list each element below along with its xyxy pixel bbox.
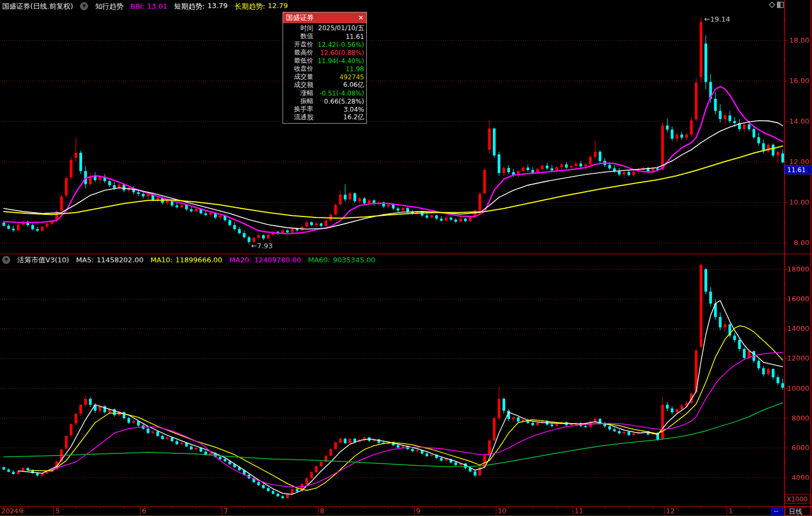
- y-axis-tick-label: 8.00: [794, 239, 809, 247]
- popup-row-value: 12.42(-0.56%): [313, 41, 364, 49]
- y-axis-tick-label: 6000: [791, 444, 809, 452]
- popup-row: 成交额6.06亿: [283, 81, 366, 89]
- ma60-value: MA60:9035345.00: [308, 256, 375, 264]
- popup-title: 国盛证券: [286, 13, 314, 23]
- y-axis-tick-label: 8000: [791, 414, 809, 422]
- popup-row: 开盘价12.42(-0.56%): [283, 40, 366, 49]
- top-chart-candles[interactable]: [3, 17, 784, 244]
- popup-row-value: 2025/01/10/五: [313, 24, 364, 33]
- popup-row: 最高价12.60(0.88%): [283, 49, 366, 57]
- price-annotation: ←19.14: [704, 15, 730, 23]
- popup-row-value: 0.66(5.28%): [313, 98, 364, 105]
- x-axis-month-label: 7: [224, 507, 228, 515]
- popup-row-value: 12.60(0.88%): [313, 49, 364, 57]
- popup-row: 最低价11.94(-4.40%): [283, 57, 366, 65]
- bottom-chart-line-MA5: [18, 301, 783, 494]
- y-axis-tick-label: 14000: [787, 324, 809, 332]
- popup-row: 涨幅-0.51(-4.08%): [283, 89, 366, 97]
- popup-row: 数值11.61: [283, 32, 366, 40]
- popup-row: 换手率3.04%: [283, 105, 366, 113]
- x-axis-month-label: 8: [320, 507, 324, 515]
- y-axis-tick-label: 16.00: [789, 77, 809, 85]
- bottom-header: ▼ 活筹市值V3(10) MA5:11458202.00 MA10:118996…: [0, 255, 812, 265]
- indicator-name-bottom[interactable]: 活筹市值V3(10): [17, 255, 69, 265]
- trading-app-window: 18.0016.0014.0012.0010.008.00←19.14←7.93…: [0, 0, 812, 516]
- ma5-value: MA5:11458202.00: [76, 256, 144, 264]
- close-icon[interactable]: ✕: [358, 14, 364, 22]
- unit-label-text: X1000: [787, 495, 808, 503]
- bottom-chart-candles[interactable]: [3, 263, 784, 499]
- popup-row: 流通股16.2亿: [283, 113, 366, 121]
- popup-row-value: 11.94(-4.40%): [313, 57, 364, 65]
- ma20-value: MA20:12409780.00: [229, 256, 301, 264]
- short-trend-value: 短期趋势:13.79: [175, 2, 228, 11]
- time-axis: 2024年567891011121: [0, 507, 812, 516]
- popup-row-value: 11.98: [313, 65, 364, 73]
- x-axis-month-label: 5: [55, 507, 59, 515]
- x-axis-month-label: 1: [728, 507, 733, 515]
- y-axis-tick-label: 12.00: [789, 158, 809, 166]
- popup-row-value: 11.61: [313, 33, 364, 40]
- top-chart-panel: 18.0016.0014.0012.0010.008.00←19.14←7.93…: [0, 15, 811, 249]
- bottom-chart-line-MA10: [28, 326, 783, 491]
- y-axis-tick-label: 10.00: [789, 198, 809, 206]
- quote-info-popup: 国盛证券 ✕ 时间2025/01/10/五数值11.61开盘价12.42(-0.…: [283, 12, 367, 124]
- y-axis-tick-label: 12000: [787, 354, 809, 362]
- period-label: 日线: [789, 507, 802, 515]
- current-price-value: 11.61: [787, 166, 806, 174]
- top-header: 国盛证券(日线.前复权) ▼ 知行趋势 BBI:13.01 短期趋势:13.79…: [0, 0, 812, 12]
- top-chart-line-BBI: [4, 87, 783, 234]
- x-axis-month-label: 10: [498, 507, 506, 515]
- y-axis-tick-label: 10000: [787, 384, 809, 392]
- indicator-name[interactable]: 知行趋势: [95, 2, 123, 11]
- popup-body: 时间2025/01/10/五数值11.61开盘价12.42(-0.56%)最高价…: [283, 23, 366, 123]
- stock-title: 国盛证券(日线.前复权): [2, 2, 73, 11]
- period-dash-label: --: [774, 507, 779, 515]
- x-axis-month-label: 9: [416, 507, 420, 515]
- popup-row: 振幅0.66(5.28%): [283, 97, 366, 105]
- x-axis-month-label: 11: [575, 507, 583, 515]
- y-axis-tick-label: 16000: [787, 295, 809, 303]
- popup-row-label: 流通股: [285, 113, 313, 122]
- y-axis-tick-label: 14.00: [789, 117, 809, 125]
- bottom-chart-grid: [0, 269, 784, 478]
- popup-row-value: 6.06亿: [313, 80, 364, 90]
- y-axis-tick-label: 18000: [787, 265, 809, 273]
- price-annotation: ←7.93: [251, 242, 273, 250]
- y-axis-tick-label: 18.00: [789, 36, 809, 44]
- top-chart-grid: [0, 40, 784, 243]
- popup-title-bar[interactable]: 国盛证券 ✕: [283, 12, 366, 23]
- bbi-value: BBI:13.01: [130, 2, 167, 10]
- x-axis-month-label: 6: [142, 507, 146, 515]
- top-chart-y-axis: 18.0016.0014.0012.0010.008.00: [784, 21, 809, 247]
- popup-row: 收盘价11.98: [283, 65, 366, 73]
- popup-row: 时间2025/01/10/五: [283, 24, 366, 32]
- bottom-chart-panel: 1800016000140001200010000800060004000X10…: [0, 263, 810, 504]
- axis-unit-label: X1000: [785, 494, 810, 504]
- popup-row-value: 492745: [313, 73, 364, 81]
- popup-row-value: 16.2亿: [313, 113, 364, 122]
- current-price-tag: 11.61: [785, 166, 811, 174]
- period-controls: --日线: [771, 507, 811, 515]
- chevron-down-icon[interactable]: ▼: [80, 2, 88, 10]
- ma10-value: MA10:11899666.00: [150, 256, 222, 264]
- bottom-chart-line-MA20: [52, 352, 783, 487]
- long-trend-value: 长期趋势:12.79: [234, 2, 288, 11]
- chevron-down-icon[interactable]: ▼: [2, 256, 10, 264]
- y-axis-tick-label: 4000: [791, 473, 809, 481]
- popup-row: 成交量492745: [283, 73, 366, 81]
- x-axis-month-label: 12: [666, 507, 675, 515]
- x-axis-year-label: 2024年: [1, 507, 25, 515]
- popup-row-value: -0.51(-4.08%): [313, 90, 364, 97]
- top-chart-line-短期趋势: [4, 121, 783, 229]
- bottom-chart-y-axis: 1800016000140001200010000800060004000: [784, 265, 809, 481]
- popup-row-value: 3.04%: [313, 106, 364, 113]
